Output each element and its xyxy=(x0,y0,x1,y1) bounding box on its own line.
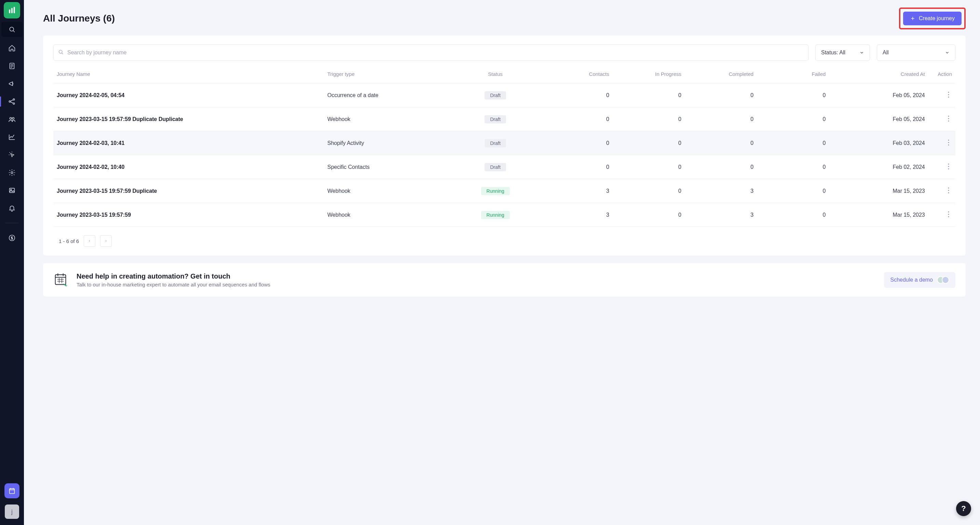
app-logo[interactable] xyxy=(4,2,20,19)
nav-analytics[interactable] xyxy=(5,131,19,143)
status-filter[interactable]: Status: All xyxy=(815,45,870,61)
bell-icon xyxy=(8,204,16,212)
nav-home[interactable] xyxy=(5,42,19,54)
th-status[interactable]: Status xyxy=(450,64,541,83)
search-input[interactable] xyxy=(53,45,808,61)
svg-point-16 xyxy=(11,172,13,173)
th-completed[interactable]: Completed xyxy=(685,64,757,83)
cell-name[interactable]: Journey 2024-02-02, 10:40 xyxy=(53,155,324,179)
dots-vertical-icon xyxy=(948,140,949,146)
cell-action xyxy=(928,107,955,131)
secondary-filter-label: All xyxy=(883,49,889,56)
cell-failed: 0 xyxy=(757,83,829,107)
nav-notifications[interactable] xyxy=(5,202,19,214)
cell-name[interactable]: Journey 2023-03-15 19:57:59 xyxy=(53,203,324,227)
nav-settings[interactable] xyxy=(5,167,19,178)
image-card-icon xyxy=(8,187,16,194)
chevron-right-icon xyxy=(104,239,108,243)
nav-contacts[interactable] xyxy=(5,113,19,125)
th-name[interactable]: Journey Name xyxy=(53,64,324,83)
cell-name[interactable]: Journey 2024-02-05, 04:54 xyxy=(53,83,324,107)
cell-contacts: 0 xyxy=(541,83,612,107)
promo-text: Need help in creating automation? Get in… xyxy=(76,272,877,288)
row-menu-button[interactable] xyxy=(945,138,952,148)
nav-actions[interactable] xyxy=(5,149,19,161)
dots-vertical-icon xyxy=(948,163,949,170)
demo-avatars xyxy=(937,276,949,284)
cell-trigger: Webhook xyxy=(324,107,450,131)
nav-journeys[interactable] xyxy=(5,96,19,107)
table-row[interactable]: Journey 2024-02-05, 04:54Occurrence of a… xyxy=(53,83,955,107)
cell-name[interactable]: Journey 2024-02-03, 10:41 xyxy=(53,131,324,155)
table-row[interactable]: Journey 2024-02-02, 10:40Specific Contac… xyxy=(53,155,955,179)
schedule-demo-label: Schedule a demo xyxy=(890,277,933,283)
table-row[interactable]: Journey 2023-03-15 19:57:59 DuplicateWeb… xyxy=(53,179,955,203)
cell-completed: 3 xyxy=(685,203,757,227)
th-failed[interactable]: Failed xyxy=(757,64,829,83)
cell-failed: 0 xyxy=(757,179,829,203)
prev-page-button[interactable] xyxy=(84,235,95,247)
svg-point-41 xyxy=(948,214,949,215)
cell-action xyxy=(928,179,955,203)
nav-assets[interactable] xyxy=(5,185,19,196)
th-created[interactable]: Created At xyxy=(829,64,928,83)
svg-line-4 xyxy=(13,31,15,32)
cell-created: Feb 05, 2024 xyxy=(829,83,928,107)
avatar-initial: j xyxy=(11,508,13,515)
calendar-shortcut[interactable] xyxy=(5,483,19,498)
svg-rect-43 xyxy=(56,275,66,285)
svg-point-42 xyxy=(948,216,949,217)
page-header: All Journeys (6) Create journey xyxy=(43,8,966,29)
user-avatar[interactable]: j xyxy=(5,504,19,519)
cell-failed: 0 xyxy=(757,203,829,227)
cell-completed: 0 xyxy=(685,107,757,131)
cell-created: Feb 02, 2024 xyxy=(829,155,928,179)
row-menu-button[interactable] xyxy=(945,186,952,196)
status-badge: Draft xyxy=(485,115,506,123)
nav-templates[interactable] xyxy=(5,60,19,72)
calendar-icon xyxy=(8,487,16,495)
sidebar: j xyxy=(0,0,24,525)
help-button[interactable]: ? xyxy=(956,501,971,516)
cell-completed: 0 xyxy=(685,131,757,155)
cell-trigger: Shopify Activity xyxy=(324,131,450,155)
logo-icon xyxy=(8,6,16,15)
cell-status: Draft xyxy=(450,131,541,155)
secondary-filter[interactable]: All xyxy=(877,45,955,61)
svg-point-40 xyxy=(948,211,949,212)
promo-title: Need help in creating automation? Get in… xyxy=(76,272,877,280)
svg-rect-20 xyxy=(10,489,15,494)
table-row[interactable]: Journey 2024-02-03, 10:41Shopify Activit… xyxy=(53,131,955,155)
create-journey-button[interactable]: Create journey xyxy=(903,12,961,25)
cell-name[interactable]: Journey 2023-03-15 19:57:59 Duplicate Du… xyxy=(53,107,324,131)
svg-rect-0 xyxy=(9,10,10,13)
th-inprogress[interactable]: In Progress xyxy=(612,64,685,83)
svg-point-33 xyxy=(948,144,949,145)
chevron-down-icon xyxy=(945,50,950,55)
cell-contacts: 0 xyxy=(541,131,612,155)
table-row[interactable]: Journey 2023-03-15 19:57:59 Duplicate Du… xyxy=(53,107,955,131)
cell-created: Mar 15, 2023 xyxy=(829,179,928,203)
next-page-button[interactable] xyxy=(100,235,112,247)
row-menu-button[interactable] xyxy=(945,210,952,220)
table-row[interactable]: Journey 2023-03-15 19:57:59WebhookRunnin… xyxy=(53,203,955,227)
sidebar-search[interactable] xyxy=(2,22,22,37)
th-action: Action xyxy=(928,64,955,83)
sidebar-nav xyxy=(5,42,19,483)
svg-point-34 xyxy=(948,163,949,164)
svg-point-14 xyxy=(10,118,12,119)
nav-billing[interactable] xyxy=(5,232,19,244)
chevron-left-icon xyxy=(88,239,91,243)
th-contacts[interactable]: Contacts xyxy=(541,64,612,83)
cell-name[interactable]: Journey 2023-03-15 19:57:59 Duplicate xyxy=(53,179,324,203)
row-menu-button[interactable] xyxy=(945,90,952,100)
svg-rect-1 xyxy=(11,8,13,13)
nav-campaigns[interactable] xyxy=(5,78,19,89)
row-menu-button[interactable] xyxy=(945,114,952,124)
schedule-demo-button[interactable]: Schedule a demo xyxy=(884,272,955,288)
th-trigger[interactable]: Trigger type xyxy=(324,64,450,83)
svg-point-15 xyxy=(12,118,14,119)
row-menu-button[interactable] xyxy=(945,162,952,172)
page-title: All Journeys (6) xyxy=(43,13,115,24)
status-badge: Running xyxy=(481,211,510,219)
